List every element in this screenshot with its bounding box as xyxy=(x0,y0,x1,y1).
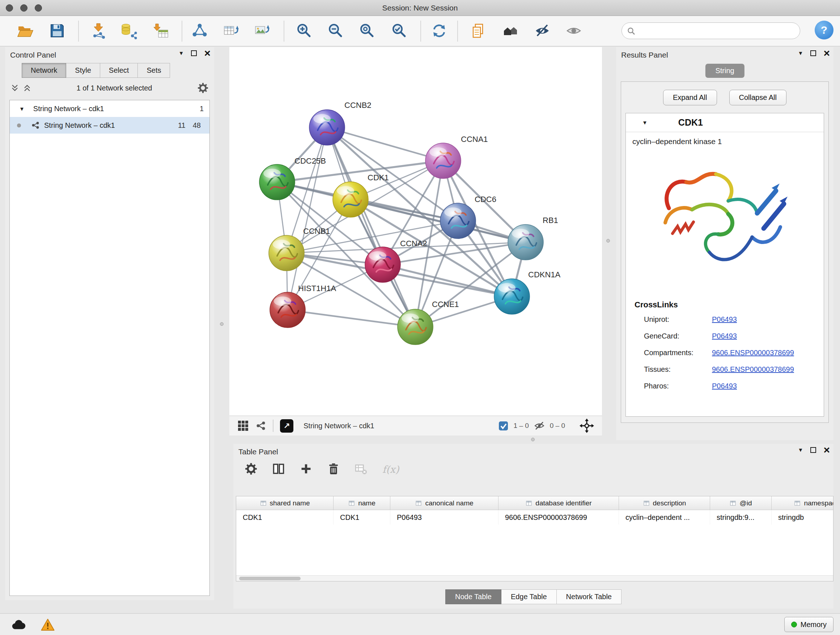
search-input[interactable] xyxy=(641,24,793,37)
tab-network[interactable]: Network xyxy=(22,63,66,78)
column-header[interactable]: namespace xyxy=(772,496,834,510)
cloud-icon[interactable] xyxy=(11,619,25,631)
tab-node-table[interactable]: Node Table xyxy=(445,589,501,604)
network-node-cdkn1a[interactable] xyxy=(494,279,530,314)
column-header[interactable]: database identifier xyxy=(499,496,619,510)
float-panel-icon[interactable] xyxy=(810,447,816,453)
search-icon xyxy=(627,27,636,35)
crosslink-link[interactable]: 9606.ENSP00000378699 xyxy=(712,348,794,357)
table-cell[interactable]: CDK1 xyxy=(333,510,390,524)
column-header[interactable]: canonical name xyxy=(390,496,499,510)
import-table-button[interactable] xyxy=(151,21,170,40)
network-edge[interactable] xyxy=(327,127,415,327)
table-settings-button[interactable] xyxy=(245,463,257,476)
splitter-handle[interactable] xyxy=(606,239,610,242)
new-table-button[interactable] xyxy=(221,21,240,40)
home-button[interactable] xyxy=(501,21,520,40)
column-header[interactable]: description xyxy=(619,496,710,510)
network-edge[interactable] xyxy=(287,127,327,310)
network-collection-row[interactable]: ▼ String Network – cdk1 1 xyxy=(10,100,210,117)
expand-all-button[interactable]: Expand All xyxy=(663,90,717,105)
float-panel-icon[interactable] xyxy=(810,50,816,56)
table-cell[interactable]: P06493 xyxy=(390,510,499,524)
zoom-out-button[interactable] xyxy=(326,21,345,40)
splitter-handle[interactable] xyxy=(531,438,535,441)
network-edge[interactable] xyxy=(287,310,415,327)
import-network-database-button[interactable] xyxy=(119,21,138,40)
table-cell[interactable]: 9606.ENSP00000378699 xyxy=(499,510,619,524)
crosslink-link[interactable]: P06493 xyxy=(712,315,737,324)
network-canvas[interactable]: CCNB2CCNA1CDC25BCDK1CDC6RB1CCNB1CCNA2CDK… xyxy=(229,47,602,416)
column-header[interactable]: @id xyxy=(710,496,772,510)
network-node-ccna1[interactable] xyxy=(425,143,461,179)
network-node-cdc25b[interactable] xyxy=(259,165,295,200)
column-header[interactable]: name xyxy=(333,496,390,510)
show-columns-button[interactable] xyxy=(272,463,285,476)
scrollbar-thumb[interactable] xyxy=(239,577,301,580)
network-node-cdc6[interactable] xyxy=(440,203,476,239)
close-panel-icon[interactable]: × xyxy=(823,447,830,453)
table-cell[interactable]: cyclin–dependent ... xyxy=(619,510,710,524)
tab-string[interactable]: String xyxy=(705,64,744,78)
protein-structure-image xyxy=(647,150,803,295)
network-node-hist1h1a[interactable] xyxy=(270,292,305,328)
table-cell[interactable]: stringdb xyxy=(772,510,834,524)
crosslink-link[interactable]: 9606.ENSP00000378699 xyxy=(712,365,794,374)
network-node-ccna2[interactable] xyxy=(365,247,401,282)
tab-select[interactable]: Select xyxy=(100,63,138,78)
splitter-handle[interactable] xyxy=(220,322,224,326)
network-node-rb1[interactable] xyxy=(508,225,543,260)
export-image-button[interactable] xyxy=(253,21,271,40)
current-network-title: String Network – cdk1 xyxy=(303,422,374,430)
collapse-section-icon[interactable]: ▼ xyxy=(642,119,647,126)
delete-column-button[interactable] xyxy=(327,463,340,476)
crosslink-link[interactable]: P06493 xyxy=(712,332,737,340)
network-node-cdk1[interactable] xyxy=(333,182,368,217)
pan-crosshair-icon[interactable] xyxy=(579,418,594,433)
crosslink-link[interactable]: P06493 xyxy=(712,382,737,390)
collapse-panel-icon[interactable]: ▼ xyxy=(798,50,804,56)
collapse-panel-icon[interactable]: ▼ xyxy=(798,447,804,453)
import-network-file-button[interactable] xyxy=(89,21,108,40)
zoom-fit-button[interactable] xyxy=(357,21,376,40)
node-details-header[interactable]: ▼ CDK1 xyxy=(626,113,824,132)
zoom-in-button[interactable] xyxy=(294,21,313,40)
tab-edge-table[interactable]: Edge Table xyxy=(501,589,557,604)
annotation-button[interactable] xyxy=(469,21,488,40)
tree-expand-icon[interactable]: ▼ xyxy=(19,106,25,112)
horizontal-scrollbar[interactable] xyxy=(236,575,833,581)
expand-all-icon[interactable] xyxy=(11,84,19,92)
column-header[interactable]: shared name xyxy=(236,496,333,510)
create-column-button[interactable] xyxy=(300,463,312,476)
warning-icon[interactable] xyxy=(41,618,55,631)
table-cell[interactable]: CDK1 xyxy=(236,510,333,524)
share-view-icon[interactable] xyxy=(256,420,266,431)
hide-graphics-details-button[interactable] xyxy=(533,21,552,40)
gear-icon[interactable] xyxy=(197,82,208,93)
float-panel-icon[interactable] xyxy=(191,50,197,56)
save-session-button[interactable] xyxy=(48,21,66,40)
network-row[interactable]: String Network – cdk1 11 48 xyxy=(10,117,210,134)
close-panel-icon[interactable]: × xyxy=(823,50,830,56)
open-session-button[interactable] xyxy=(16,21,35,40)
refresh-view-button[interactable] xyxy=(430,21,448,40)
zoom-selected-button[interactable] xyxy=(390,21,409,40)
collapse-all-icon[interactable] xyxy=(23,84,31,92)
grid-view-icon[interactable] xyxy=(237,420,249,432)
network-node-ccnb2[interactable] xyxy=(309,110,345,145)
tab-style[interactable]: Style xyxy=(66,63,100,78)
table-row[interactable]: CDK1 CDK1 P06493 9606.ENSP00000378699 cy… xyxy=(236,510,833,524)
new-network-button[interactable] xyxy=(190,21,209,40)
show-graphics-details-button[interactable] xyxy=(564,21,583,40)
close-panel-icon[interactable]: × xyxy=(204,50,210,56)
table-cell[interactable]: stringdb:9... xyxy=(710,510,772,524)
network-node-ccnb1[interactable] xyxy=(269,235,304,271)
birdseye-view-toggle[interactable]: ↗ xyxy=(280,419,294,432)
help-button[interactable]: ? xyxy=(815,21,834,40)
tab-network-table[interactable]: Network Table xyxy=(557,589,622,604)
collapse-all-button[interactable]: Collapse All xyxy=(729,90,787,105)
memory-button[interactable]: Memory xyxy=(784,617,834,632)
network-node-ccne1[interactable] xyxy=(398,309,433,345)
tab-sets[interactable]: Sets xyxy=(138,63,170,78)
collapse-panel-icon[interactable]: ▼ xyxy=(179,50,184,56)
